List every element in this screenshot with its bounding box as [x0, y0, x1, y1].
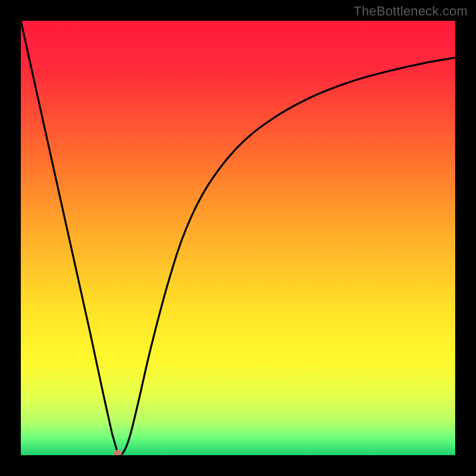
chart-frame: TheBottleneck.com — [0, 0, 476, 476]
plot-area — [21, 21, 455, 455]
minimum-marker — [114, 450, 122, 455]
curve-layer — [21, 21, 455, 455]
watermark-text: TheBottleneck.com — [353, 4, 468, 19]
bottleneck-curve — [21, 21, 455, 454]
